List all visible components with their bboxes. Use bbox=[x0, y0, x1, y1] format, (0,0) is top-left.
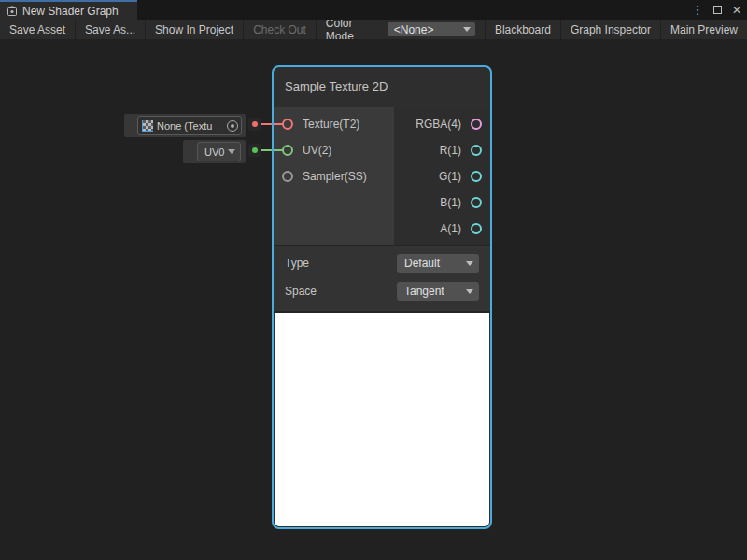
uv-edge-stub[interactable] bbox=[248, 144, 261, 157]
port-label: RGBA(4) bbox=[416, 118, 461, 131]
space-value: Tangent bbox=[404, 285, 444, 298]
type-control-row: Type Default bbox=[272, 249, 492, 277]
input-port-sampler: Sampler(SS) bbox=[272, 163, 394, 189]
r-port-icon[interactable] bbox=[471, 145, 482, 156]
texture-object-value: None (Textu bbox=[157, 120, 223, 132]
node-preview-section bbox=[272, 313, 492, 529]
shader-graph-icon bbox=[7, 6, 18, 17]
texture2d-icon bbox=[142, 120, 153, 132]
chevron-down-icon bbox=[228, 149, 235, 154]
port-label: Sampler(SS) bbox=[303, 170, 367, 183]
maximize-icon[interactable] bbox=[711, 4, 724, 17]
graph-toolbar: Save Asset Save As... Show In Project Ch… bbox=[0, 20, 747, 39]
port-label: Texture(T2) bbox=[303, 118, 359, 131]
texture-object-field[interactable]: None (Textu bbox=[137, 116, 242, 135]
port-label: B(1) bbox=[440, 196, 461, 209]
close-icon[interactable]: ✕ bbox=[730, 4, 743, 17]
chevron-down-icon bbox=[466, 261, 473, 266]
main-preview-toggle-button[interactable]: Main Preview bbox=[660, 20, 747, 39]
b-port-icon[interactable] bbox=[471, 197, 482, 208]
space-control-row: Space Tangent bbox=[272, 277, 492, 305]
node-preview-image bbox=[275, 313, 489, 526]
space-dropdown[interactable]: Tangent bbox=[397, 282, 479, 301]
tab-new-shader-graph[interactable]: New Shader Graph bbox=[0, 0, 137, 20]
uv-channel-value: UV0 bbox=[204, 147, 224, 158]
port-label: R(1) bbox=[440, 144, 461, 157]
port-label: G(1) bbox=[439, 170, 461, 183]
texture-wire bbox=[261, 123, 283, 125]
node-controls: Type Default Space Tangent bbox=[272, 246, 492, 311]
input-ports-column: Texture(T2) UV(2) Sampler(SS) bbox=[272, 107, 394, 245]
output-port-rgba: RGBA(4) bbox=[394, 111, 492, 137]
node-title[interactable]: Sample Texture 2D bbox=[272, 65, 492, 107]
color-mode-dropdown[interactable]: <None> bbox=[388, 22, 475, 36]
g-port-icon[interactable] bbox=[471, 171, 482, 182]
a-port-icon[interactable] bbox=[471, 223, 482, 234]
uv-wire bbox=[261, 149, 283, 151]
sample-texture-2d-node[interactable]: Sample Texture 2D Texture(T2) UV(2) Samp… bbox=[272, 65, 492, 529]
save-as-button[interactable]: Save As... bbox=[76, 20, 146, 39]
output-ports-column: RGBA(4) R(1) G(1) B(1) bbox=[394, 107, 492, 245]
input-port-texture: Texture(T2) bbox=[272, 111, 394, 137]
type-label: Type bbox=[285, 257, 309, 270]
output-port-a: A(1) bbox=[394, 216, 492, 242]
sampler-port-icon[interactable] bbox=[282, 171, 293, 182]
window-controls: ⋮ ✕ bbox=[691, 0, 743, 20]
save-asset-button[interactable]: Save Asset bbox=[0, 20, 76, 39]
space-label: Space bbox=[285, 285, 317, 298]
texture-port-icon[interactable] bbox=[282, 119, 293, 130]
input-port-uv: UV(2) bbox=[272, 137, 394, 163]
tab-title: New Shader Graph bbox=[22, 5, 119, 18]
port-label: A(1) bbox=[440, 222, 461, 235]
uv-stub-dot bbox=[252, 147, 258, 153]
chevron-down-icon bbox=[466, 289, 473, 294]
window-menu-icon[interactable]: ⋮ bbox=[691, 4, 704, 17]
graph-canvas[interactable]: None (Textu UV0 Sample Texture 2D bbox=[0, 39, 747, 560]
graph-inspector-toggle-button[interactable]: Graph Inspector bbox=[560, 20, 660, 39]
port-label: UV(2) bbox=[303, 144, 331, 157]
color-mode-label: Color Mode bbox=[317, 20, 388, 39]
output-port-b: B(1) bbox=[394, 189, 492, 216]
texture-edge-stub[interactable] bbox=[248, 118, 261, 131]
object-picker-icon[interactable] bbox=[227, 120, 238, 132]
rgba-port-icon[interactable] bbox=[471, 119, 482, 130]
uv-channel-dropdown[interactable]: UV0 bbox=[197, 142, 241, 161]
output-port-g: G(1) bbox=[394, 163, 492, 189]
chevron-down-icon bbox=[463, 27, 471, 32]
tab-bar: New Shader Graph ⋮ ✕ bbox=[0, 0, 747, 20]
uv-port-icon[interactable] bbox=[282, 145, 293, 156]
output-port-r: R(1) bbox=[394, 137, 492, 163]
color-mode-value: <None> bbox=[394, 23, 434, 36]
type-value: Default bbox=[404, 257, 440, 270]
show-in-project-button[interactable]: Show In Project bbox=[146, 20, 244, 39]
blackboard-toggle-button[interactable]: Blackboard bbox=[485, 20, 560, 39]
texture-stub-dot bbox=[252, 121, 258, 127]
node-ports: Texture(T2) UV(2) Sampler(SS) RGBA(4) bbox=[272, 107, 492, 245]
check-out-button: Check Out bbox=[244, 20, 317, 39]
type-dropdown[interactable]: Default bbox=[397, 254, 479, 273]
shader-graph-window: New Shader Graph ⋮ ✕ Save Asset Save As.… bbox=[0, 0, 747, 560]
